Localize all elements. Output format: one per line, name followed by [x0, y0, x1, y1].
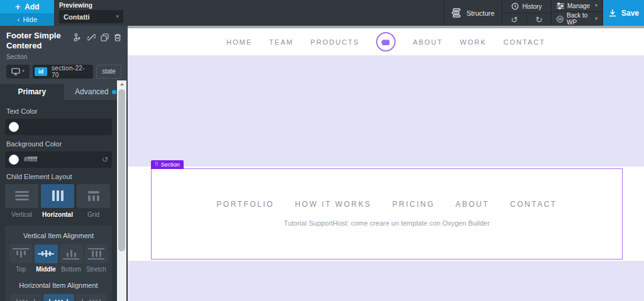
hide-button-label: Hide: [23, 16, 37, 23]
state-button[interactable]: state: [96, 65, 121, 79]
drag-handle-icon[interactable]: ⠿: [155, 162, 158, 167]
align-left-icon: [16, 298, 36, 301]
nav-link-home[interactable]: HOME: [226, 38, 252, 46]
footer-caption-text: Tutorial SupportHost: come creare un tem…: [284, 219, 489, 227]
halign-right-button[interactable]: [76, 294, 107, 301]
background-color-value: #ffffff: [24, 156, 37, 163]
hide-button[interactable]: ‹Hide: [0, 13, 54, 26]
layout-vertical-button[interactable]: [5, 184, 38, 208]
redo-button[interactable]: ↻: [526, 13, 551, 26]
manage-button[interactable]: Manage ▾: [552, 0, 602, 11]
duplicate-icon[interactable]: [101, 33, 109, 52]
tab-primary[interactable]: Primary: [0, 84, 64, 100]
add-button[interactable]: +Add: [0, 0, 54, 13]
clock-icon: [511, 3, 519, 10]
chevron-down-icon: ▾: [595, 16, 597, 21]
element-actions: [74, 31, 121, 52]
element-id-field[interactable]: id section-22-70: [33, 65, 93, 79]
plus-icon: +: [14, 3, 21, 11]
child-layout-label: Child Element Layout: [6, 173, 112, 180]
previewing-page-select[interactable]: Contatti ▾: [59, 10, 123, 23]
halign-center-button[interactable]: [43, 294, 74, 301]
nav-link-about[interactable]: ABOUT: [413, 38, 443, 46]
chevron-down-icon: ▾: [595, 3, 597, 8]
manage-label: Manage: [567, 3, 590, 9]
builder-canvas: HOME TEAM PRODUCTS ABOUT WORK CONTACT ⠿ …: [128, 26, 644, 301]
advanced-indicator-dot: [112, 90, 116, 94]
child-layout-option-labels: Vertical Horizontal Grid: [5, 211, 112, 218]
background-color-label: Background Color: [6, 140, 112, 148]
layout-grid-button[interactable]: [77, 184, 110, 208]
layout-vertical-label: Vertical: [5, 211, 38, 218]
horizontal-alignment-label: Horizontal Item Alignment: [9, 282, 108, 289]
element-controls: ▾ id section-22-70 state: [6, 65, 121, 79]
text-color-swatch[interactable]: [9, 122, 19, 132]
layout-grid-label: Grid: [77, 211, 110, 218]
monitor-icon: [11, 68, 20, 75]
scrollbar-up-arrow[interactable]: [117, 80, 126, 88]
site-logo[interactable]: [376, 32, 396, 52]
nav-link-products[interactable]: PRODUCTS: [311, 38, 360, 46]
background-color-input[interactable]: #ffffff ↺: [5, 151, 112, 168]
section-badge[interactable]: ⠿ Section: [151, 160, 184, 169]
background-color-swatch[interactable]: [9, 155, 19, 165]
previewing-group: Previewing Contatti ▾: [54, 0, 128, 26]
tab-advanced-label: Advanced: [75, 87, 108, 96]
align-right-icon: [81, 298, 101, 301]
nav-link-contact[interactable]: CONTACT: [504, 38, 545, 46]
selected-section[interactable]: PORTFOLIO HOW IT WORKS PRICING ABOUT CON…: [151, 168, 623, 260]
cloud-icon: [380, 38, 392, 46]
valign-bottom-button[interactable]: [60, 244, 83, 263]
section-badge-label: Section: [161, 161, 180, 168]
sidebar-tabs: Primary Advanced: [0, 84, 128, 100]
id-badge: id: [35, 67, 47, 76]
valign-bottom-label: Bottom: [60, 266, 83, 273]
scrollbar-thumb[interactable]: [118, 89, 125, 251]
text-color-label: Text Color: [6, 107, 112, 115]
vertical-alignment-labels: Top Middle Bottom Stretch: [9, 266, 108, 273]
sidebar-scrollbar[interactable]: [117, 80, 126, 301]
layout-horizontal-button[interactable]: [41, 184, 74, 208]
link-icon[interactable]: [87, 33, 96, 52]
valign-middle-button[interactable]: [35, 244, 58, 263]
add-hide-group: +Add ‹Hide: [0, 0, 54, 26]
reset-color-icon[interactable]: ↺: [102, 156, 108, 163]
text-color-input[interactable]: [5, 119, 112, 135]
structure-button[interactable]: Structure: [443, 0, 502, 26]
align-stretch-icon: [87, 248, 105, 260]
valign-top-button[interactable]: [9, 244, 33, 263]
manage-group: Manage ▾ W Back to WP ▾: [551, 0, 602, 26]
element-title: Footer Simple Centered: [6, 31, 72, 52]
vertical-alignment-options: [9, 244, 108, 263]
chevron-down-icon: ▾: [116, 14, 119, 19]
align-top-icon: [12, 248, 30, 260]
history-button[interactable]: History: [502, 0, 551, 13]
manage-icon: [557, 3, 564, 9]
footer-link-contact[interactable]: CONTACT: [510, 200, 557, 209]
save-button[interactable]: Save: [602, 0, 644, 26]
save-download-icon: [608, 9, 617, 17]
select-parent-icon[interactable]: [74, 33, 82, 52]
nav-link-team[interactable]: TEAM: [269, 38, 294, 46]
structure-icon: [452, 8, 462, 18]
back-to-wp-label: Back to WP: [567, 12, 592, 26]
toolbar-spacer: [128, 0, 443, 26]
device-select[interactable]: ▾: [6, 65, 30, 79]
valign-stretch-label: Stretch: [85, 266, 108, 273]
history-label: History: [522, 3, 541, 10]
element-id-value: section-22-70: [52, 65, 91, 79]
footer-link-how-it-works[interactable]: HOW IT WORKS: [295, 200, 372, 209]
footer-link-portfolio[interactable]: PORTFOLIO: [216, 200, 274, 209]
halign-left-button[interactable]: [11, 294, 42, 301]
undo-button[interactable]: ↺: [502, 13, 526, 26]
footer-link-about[interactable]: ABOUT: [455, 200, 489, 209]
valign-stretch-button[interactable]: [85, 244, 108, 263]
alignment-panel: Vertical Item Alignment: [5, 226, 112, 301]
site-header-nav: HOME TEAM PRODUCTS ABOUT WORK CONTACT: [128, 28, 644, 55]
footer-link-pricing[interactable]: PRICING: [392, 200, 435, 209]
back-to-wp-button[interactable]: W Back to WP ▾: [552, 11, 602, 26]
horizontal-alignment-options: [9, 294, 108, 301]
properties-sidebar: Footer Simple Centered Sectio: [0, 26, 128, 301]
trash-icon[interactable]: [114, 33, 121, 52]
nav-link-work[interactable]: WORK: [460, 38, 486, 46]
